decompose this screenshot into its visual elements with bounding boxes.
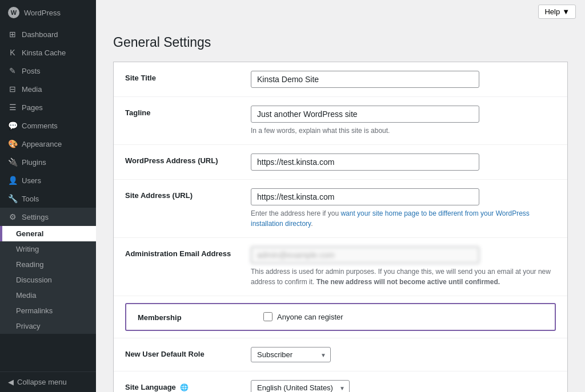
site-language-row: Site Language 🌐 English (United States) … (114, 371, 567, 392)
site-language-label: Site Language 🌐 (125, 380, 251, 391)
sidebar-item-plugins[interactable]: 🔌 Plugins (0, 153, 96, 171)
membership-checkbox-label[interactable]: Anyone can register (277, 313, 343, 321)
topbar: Help ▼ (96, 0, 585, 23)
new-user-role-select-wrapper: Subscriber Contributor Author Editor Adm… (251, 347, 331, 362)
dashboard-icon: ⊞ (8, 30, 17, 39)
admin-email-label: Administration Email Address (125, 246, 251, 258)
help-button[interactable]: Help ▼ (538, 5, 576, 19)
sidebar-label-settings: Settings (22, 213, 49, 221)
sidebar-logo: W WordPress (0, 0, 96, 25)
admin-email-row: Administration Email Address This addres… (114, 238, 567, 296)
wp-address-row: WordPress Address (URL) (114, 145, 567, 180)
membership-box: Membership Anyone can register (125, 303, 556, 331)
sidebar-item-pages[interactable]: ☰ Pages (0, 98, 96, 116)
sidebar-item-comments[interactable]: 💬 Comments (0, 116, 96, 135)
collapse-menu-button[interactable]: ◀ Collapse menu (0, 371, 96, 392)
site-address-input[interactable] (251, 188, 479, 205)
site-language-select-wrapper: English (United States) English (UK) Spa… (251, 380, 350, 392)
help-chevron-icon: ▼ (562, 7, 570, 16)
comments-icon: 💬 (8, 121, 17, 130)
sidebar-item-users[interactable]: 👤 Users (0, 171, 96, 189)
settings-icon: ⚙ (8, 212, 17, 221)
sidebar-label-appearance: Appearance (22, 140, 62, 148)
sidebar-item-media[interactable]: ⊟ Media (0, 80, 96, 98)
admin-email-hint-bold: The new address will not become active u… (316, 278, 500, 286)
new-user-role-control: Subscriber Contributor Author Editor Adm… (251, 347, 556, 362)
site-address-hint-pre: Enter the address here if you (251, 209, 340, 217)
sidebar-label-pages: Pages (22, 103, 43, 112)
sidebar-label-users: Users (22, 176, 41, 185)
site-title-label: Site Title (125, 71, 251, 82)
membership-control: Anyone can register (263, 312, 343, 321)
wp-address-input[interactable] (251, 153, 479, 171)
tools-icon: 🔧 (8, 194, 17, 203)
new-user-role-label: New User Default Role (125, 347, 251, 358)
settings-form: Site Title Tagline In a few words, expla… (113, 62, 568, 392)
wp-address-control (251, 153, 556, 171)
site-address-control: Enter the address here if you want your … (251, 188, 556, 229)
wp-icon: W (8, 7, 19, 18)
posts-icon: ✎ (8, 66, 17, 75)
sidebar-label-posts: Posts (22, 67, 41, 75)
page-title: General Settings (113, 35, 568, 50)
sidebar-item-dashboard[interactable]: ⊞ Dashboard (0, 25, 96, 43)
pages-icon: ☰ (8, 103, 17, 112)
tagline-hint: In a few words, explain what this site i… (251, 126, 556, 136)
sidebar-label-tools: Tools (22, 195, 39, 203)
collapse-icon: ◀ (8, 378, 14, 386)
sidebar-sub-item-media[interactable]: Media (0, 288, 96, 303)
admin-email-hint: This address is used for admin purposes.… (251, 266, 556, 287)
kinsta-icon: K (8, 48, 17, 57)
site-title-control (251, 71, 556, 88)
site-language-select[interactable]: English (United States) English (UK) Spa… (251, 380, 350, 392)
media-icon: ⊟ (8, 84, 17, 94)
sidebar-label-comments: Comments (22, 122, 58, 130)
site-language-control: English (United States) English (UK) Spa… (251, 380, 556, 392)
new-user-role-row: New User Default Role Subscriber Contrib… (114, 338, 567, 371)
sidebar-sub-item-reading[interactable]: Reading (0, 257, 96, 272)
membership-label: Membership (138, 312, 263, 322)
tagline-label: Tagline (125, 106, 251, 117)
site-address-row: Site Address (URL) Enter the address her… (114, 180, 567, 238)
sidebar-sub-item-permalinks[interactable]: Permalinks (0, 303, 96, 318)
membership-section: Membership Anyone can register (114, 296, 567, 338)
sidebar-item-kinsta-cache[interactable]: K Kinsta Cache (0, 43, 96, 62)
collapse-label: Collapse menu (17, 378, 67, 386)
main-content: Help ▼ General Settings Site Title Tagli… (96, 0, 585, 392)
site-address-hint: Enter the address here if you want your … (251, 208, 556, 229)
sidebar-label-dashboard: Dashboard (22, 30, 58, 39)
sidebar-logo-text: WordPress (24, 9, 61, 17)
site-address-label: Site Address (URL) (125, 188, 251, 200)
sidebar: W WordPress ⊞ Dashboard K Kinsta Cache ✎… (0, 0, 96, 392)
sidebar-item-appearance[interactable]: 🎨 Appearance (0, 135, 96, 153)
sidebar-item-posts[interactable]: ✎ Posts (0, 62, 96, 80)
tagline-input[interactable] (251, 106, 479, 123)
appearance-icon: 🎨 (8, 139, 17, 148)
content-area: General Settings Site Title Tagline In a… (96, 23, 585, 392)
site-language-label-text: Site Language (125, 383, 176, 391)
sidebar-label-plugins: Plugins (22, 158, 46, 167)
admin-email-input[interactable] (251, 246, 479, 264)
site-title-input[interactable] (251, 71, 479, 88)
plugins-icon: 🔌 (8, 157, 17, 167)
help-label: Help (544, 7, 560, 16)
sidebar-label-kinsta: Kinsta Cache (22, 49, 66, 57)
language-icon: 🌐 (180, 383, 189, 391)
users-icon: 👤 (8, 176, 17, 185)
sidebar-item-tools[interactable]: 🔧 Tools (0, 189, 96, 208)
tagline-control: In a few words, explain what this site i… (251, 106, 556, 136)
new-user-role-select[interactable]: Subscriber Contributor Author Editor Adm… (251, 347, 331, 362)
admin-email-control: This address is used for admin purposes.… (251, 246, 556, 287)
membership-checkbox[interactable] (263, 312, 273, 321)
sidebar-sub-item-discussion[interactable]: Discussion (0, 272, 96, 288)
wp-address-label: WordPress Address (URL) (125, 153, 251, 165)
site-address-hint-post: . (311, 220, 312, 228)
sidebar-sub-item-general[interactable]: General (0, 226, 96, 241)
site-title-row: Site Title (114, 62, 567, 97)
tagline-row: Tagline In a few words, explain what thi… (114, 97, 567, 145)
sidebar-sub-item-writing[interactable]: Writing (0, 241, 96, 257)
sidebar-label-media: Media (22, 85, 42, 94)
settings-submenu: General Writing Reading Discussion Media… (0, 226, 96, 334)
sidebar-sub-item-privacy[interactable]: Privacy (0, 318, 96, 334)
sidebar-item-settings[interactable]: ⚙ Settings (0, 208, 96, 226)
